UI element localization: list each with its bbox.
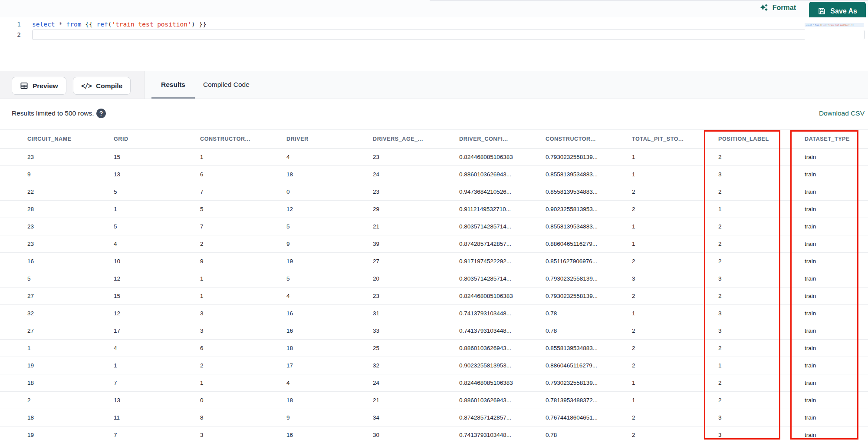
help-icon[interactable]: ? [96, 109, 106, 118]
table-cell: 25 [367, 345, 454, 351]
table-cell: 32 [22, 310, 108, 317]
table-cell: 2 [626, 188, 713, 195]
table-cell: 7 [108, 380, 194, 386]
table-cell: 6 [194, 345, 281, 351]
table-cell: 0.7674418604651... [540, 414, 626, 421]
sql-token: select [806, 24, 812, 26]
column-header-dataset-type[interactable]: DATASET_TYPE [799, 136, 868, 142]
table-cell: 3 [713, 414, 799, 421]
tabs-region: Results Compiled Code [144, 71, 868, 99]
table-cell: 0.7930232558139... [540, 154, 626, 160]
table-cell: 0.78 [540, 432, 626, 438]
table-cell: 18 [22, 380, 108, 386]
table-cell: 0.9112149532710... [454, 206, 540, 212]
table-cell: 2 [22, 397, 108, 403]
column-header-constructor[interactable]: CONSTRUCTOR... [540, 136, 626, 142]
table-row: 23429390.8742857142857...0.8860465116279… [0, 235, 868, 253]
table-cell: 4 [108, 345, 194, 351]
table-cell: 2 [713, 241, 799, 247]
table-cell: 0.8860103626943... [454, 345, 540, 351]
table-cell: 0.8742857142857... [454, 241, 540, 247]
table-cell: 23 [367, 293, 454, 299]
column-header-circuit-name[interactable]: CIRCUIT_NAME [22, 136, 108, 142]
table-cell: 4 [108, 241, 194, 247]
table-cell: 3 [713, 275, 799, 282]
table-cell: 0.8860465116279... [540, 241, 626, 247]
row-limit-text: Results limited to 500 rows. [12, 109, 94, 117]
table-cell: 2 [626, 327, 713, 334]
table-cell: train [799, 154, 868, 160]
table-cell: 0.8558139534883... [540, 345, 626, 351]
table-cell: 12 [108, 310, 194, 317]
sql-token: ) }} [849, 24, 854, 26]
table-cell: 0.8860465116279... [540, 362, 626, 369]
save-as-button-label: Save As [830, 7, 857, 15]
table-cell: 23 [22, 223, 108, 230]
table-cell: 13 [108, 171, 194, 178]
table-cell: 0.8558139534883... [540, 171, 626, 178]
column-header-total-pit-sto[interactable]: TOTAL_PIT_STO... [626, 136, 713, 142]
table-cell: 1 [194, 293, 281, 299]
download-csv-link[interactable]: Download CSV [819, 109, 865, 117]
table-cell: 1 [194, 275, 281, 282]
table-cell: 18 [281, 397, 367, 403]
table-cell: 2 [626, 362, 713, 369]
table-cell: 28 [22, 206, 108, 212]
table-cell: 2 [194, 362, 281, 369]
table-cell: 18 [22, 414, 108, 421]
preview-button[interactable]: Preview [12, 77, 66, 95]
tab-compiled-code[interactable]: Compiled Code [203, 71, 250, 99]
table-row: 281512290.9112149532710...0.902325581395… [0, 201, 868, 218]
table-cell: 2 [626, 206, 713, 212]
table-cell: 3 [713, 432, 799, 438]
table-cell: 16 [281, 327, 367, 334]
table-cell: 9 [194, 258, 281, 264]
results-info-bar: Results limited to 500 rows. ? Download … [0, 99, 868, 129]
compile-button[interactable]: </> Compile [73, 77, 131, 95]
table-cell: 27 [22, 327, 108, 334]
tab-results-label: Results [161, 81, 185, 89]
code-area[interactable]: select * from {{ ref('train_test_positio… [32, 19, 865, 40]
table-cell: 0.8558139534883... [540, 223, 626, 230]
pane-divider [430, 0, 868, 1]
table-row: 14618250.8860103626943...0.8558139534883… [0, 340, 868, 357]
table-cell: train [799, 345, 868, 351]
format-button[interactable]: Format [760, 3, 796, 12]
line-number-gutter: 1 2 [0, 19, 21, 40]
sql-editor[interactable]: 1 2 select * from {{ ref('train_test_pos… [0, 17, 868, 71]
table-cell: train [799, 171, 868, 178]
tab-results[interactable]: Results [161, 71, 185, 99]
sql-code-line[interactable]: select * from {{ ref('train_test_positio… [32, 19, 865, 30]
table-cell: 2 [713, 154, 799, 160]
column-header-constructor[interactable]: CONSTRUCTOR... [194, 136, 281, 142]
sql-token: from [815, 24, 819, 26]
active-line-highlight[interactable] [32, 30, 865, 40]
column-header-driver-confi[interactable]: DRIVER_CONFI... [454, 136, 540, 142]
table-header-row: CIRCUIT_NAMEGRIDCONSTRUCTOR...DRIVERDRIV… [0, 129, 868, 149]
table-cell: 5 [281, 275, 367, 282]
column-header-grid[interactable]: GRID [108, 136, 194, 142]
table-cell: 16 [281, 432, 367, 438]
table-cell: 0.78 [540, 310, 626, 317]
table-cell: 9 [281, 414, 367, 421]
table-cell: 1 [108, 362, 194, 369]
table-cell: 5 [281, 223, 367, 230]
column-header-drivers-age[interactable]: DRIVERS_AGE_... [367, 136, 454, 142]
table-cell: 1 [22, 345, 108, 351]
table-cell: 2 [626, 293, 713, 299]
column-header-driver[interactable]: DRIVER [281, 136, 367, 142]
table-cell: 6 [194, 171, 281, 178]
table-cell: 21 [367, 223, 454, 230]
table-cell: 0.8860103626943... [454, 171, 540, 178]
minimap-code-line: select * from {{ ref('train_test_positio… [805, 23, 864, 27]
table-cell: 8 [194, 414, 281, 421]
sql-token: select [32, 21, 55, 28]
column-header-position-label[interactable]: POSITION_LABEL [713, 136, 799, 142]
sql-token: {{ [82, 21, 97, 28]
table-cell: 17 [108, 327, 194, 334]
table-cell: 9 [281, 241, 367, 247]
table-cell: 15 [108, 293, 194, 299]
table-cell: 19 [22, 362, 108, 369]
editor-minimap[interactable]: select * from {{ ref('train_test_positio… [805, 23, 864, 43]
table-row: 191217320.9023255813953...0.886046511627… [0, 357, 868, 374]
